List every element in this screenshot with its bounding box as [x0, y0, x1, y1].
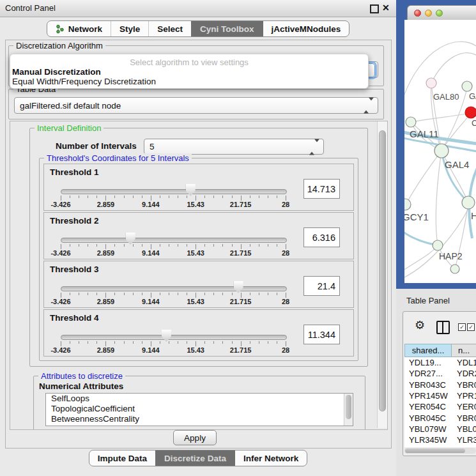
table-row[interactable]: YIL052CYIL0: [404, 445, 476, 447]
table-row[interactable]: YDL19...YDL1: [404, 357, 476, 368]
table-row[interactable]: YBR045CYBR0: [404, 412, 476, 423]
apply-button[interactable]: Apply: [173, 430, 217, 445]
network-node-label: GAL4: [445, 159, 469, 170]
slider-track[interactable]: [61, 189, 287, 194]
table-row[interactable]: YER054CYER0: [404, 401, 476, 412]
slider-scale-labels: -3.4262.8599.14415.4321.71528: [61, 346, 286, 354]
group-title: Discretization Algorithm: [13, 41, 105, 50]
network-node[interactable]: [426, 78, 436, 88]
network-graph: GAL80GACGAL11GAL4GCY1HHAP2: [404, 20, 476, 283]
cell-shared-name: YDL19...: [404, 358, 452, 367]
table-data-combo-value: galFiltered.sif default node: [20, 101, 121, 111]
network-edge: [406, 151, 441, 204]
algorithm-dropdown-popup: Select algorithm to view settings Manual…: [10, 54, 369, 89]
network-node[interactable]: [433, 240, 443, 250]
tab-discretize-data[interactable]: Discretize Data: [155, 450, 234, 466]
float-window-icon[interactable]: [370, 4, 379, 13]
zoom-traffic-light-icon[interactable]: [436, 10, 443, 17]
popup-option[interactable]: Manual Discretization: [10, 67, 368, 77]
network-node[interactable]: [450, 265, 459, 273]
attribute-item[interactable]: SelfLoops: [46, 394, 353, 404]
tab-network[interactable]: Network: [47, 21, 111, 36]
numerical-attributes-label: Numerical Attributes: [39, 381, 123, 391]
combo-stepper-icon[interactable]: [364, 101, 374, 111]
network-node[interactable]: [406, 117, 416, 127]
cell-shared-name: YPR145W: [404, 391, 452, 401]
tab-label: Network: [68, 24, 102, 34]
slider-handle[interactable]: [234, 281, 243, 293]
table-horizontal-scrollbar[interactable]: [404, 448, 476, 454]
cyni-toolbox-panel: Discretization Algorithm Table Data galF…: [5, 40, 392, 449]
slider-handle[interactable]: [162, 330, 171, 342]
popup-options: Manual DiscretizationEqual Width/Frequen…: [10, 67, 368, 86]
settings-scrollbar[interactable]: [377, 121, 387, 428]
cell-shared-name: YER054C: [404, 402, 452, 411]
network-node-label: C: [472, 118, 476, 128]
tab-impute-data[interactable]: Impute Data: [89, 450, 155, 466]
popup-option[interactable]: Equal Width/Frequency Discretization: [10, 77, 368, 86]
control-panel-titlebar: Control Panel ✕: [0, 0, 396, 17]
combo-stepper-icon[interactable]: [309, 142, 319, 151]
attribute-item[interactable]: BetweennessCentrality: [46, 414, 353, 424]
numerical-attributes-list[interactable]: SelfLoopsTopologicalCoefficientBetweenne…: [45, 393, 353, 426]
table-row[interactable]: YLR345WYLR3: [404, 434, 476, 445]
slider-scale-labels: -3.4262.8599.14415.4321.71528: [61, 201, 286, 208]
table-data-group: Table Data galFiltered.sif default node: [8, 89, 384, 119]
tab-label: Cyni Toolbox: [200, 24, 254, 34]
column-header-name[interactable]: n...: [452, 344, 476, 357]
split-panel-icon[interactable]: [436, 321, 450, 334]
close-icon[interactable]: ✕: [382, 3, 390, 13]
table-row[interactable]: YPR145WYPR1: [404, 390, 476, 401]
table-data-combo[interactable]: galFiltered.sif default node: [14, 97, 378, 114]
tab-cyni-toolbox[interactable]: Cyni Toolbox: [191, 21, 263, 36]
cell-name: YDL1: [452, 358, 476, 367]
threshold-value-field[interactable]: 14.713: [303, 179, 340, 199]
tab-label: Impute Data: [98, 454, 147, 463]
threshold-value-field[interactable]: 6.316: [303, 227, 340, 247]
network-node[interactable]: [465, 107, 476, 118]
slider-handle[interactable]: [186, 184, 196, 196]
table-row[interactable]: YBL079WYBL0: [404, 424, 476, 434]
slider-track[interactable]: [61, 335, 287, 340]
tab-style[interactable]: Style: [111, 21, 148, 36]
network-node[interactable]: [462, 81, 472, 91]
network-node[interactable]: [462, 196, 475, 209]
cell-shared-name: YLR345W: [404, 435, 452, 445]
threshold-value-field[interactable]: 11.344: [303, 325, 340, 344]
slider-handle[interactable]: [126, 233, 135, 245]
network-node-label: H: [471, 210, 476, 221]
network-window-titlebar[interactable]: [407, 5, 476, 21]
bottom-tab-bar: Impute DataDiscretize DataInfer Network: [0, 450, 396, 466]
network-node-label: GAL11: [410, 128, 439, 139]
close-traffic-light-icon[interactable]: [414, 10, 421, 17]
network-node[interactable]: [404, 199, 411, 210]
slider-track[interactable]: [61, 238, 287, 243]
threshold-value-field[interactable]: 21.4: [303, 276, 340, 296]
group-title: Interval Definition: [35, 123, 104, 133]
table-rows: YDL19...YDL1YDR27...YDR2YBR043CYBR0YPR14…: [404, 357, 476, 447]
attribute-items: SelfLoopsTopologicalCoefficientBetweenne…: [46, 394, 353, 424]
table-row[interactable]: YDR27...YDR2: [404, 368, 476, 379]
select-all-checkbox-icon[interactable]: ✓: [467, 323, 475, 331]
table-row[interactable]: YBR043CYBR0: [404, 380, 476, 390]
network-canvas[interactable]: GAL80GACGAL11GAL4GCY1HHAP2: [404, 20, 476, 283]
number-of-intervals-label: Number of Intervals: [56, 141, 137, 151]
gear-icon[interactable]: ⚙: [415, 318, 425, 332]
tab-infer-network[interactable]: Infer Network: [234, 450, 307, 466]
network-edge: [411, 113, 471, 122]
minimize-traffic-light-icon[interactable]: [425, 10, 432, 17]
network-node[interactable]: [434, 144, 449, 158]
number-of-intervals-combo[interactable]: 5: [144, 139, 324, 155]
attribute-item[interactable]: TopologicalCoefficient: [46, 404, 353, 414]
tab-select[interactable]: Select: [148, 21, 191, 36]
table-panel: Table Panel ⚙ ✓ ✓ shared... n... YDL19..…: [396, 289, 476, 476]
tab-jactivemnodules[interactable]: jActiveMNodules: [263, 21, 349, 36]
attributes-scrollbar[interactable]: [344, 394, 353, 426]
network-node-label: GAL80: [433, 92, 459, 102]
slider-scale-labels: -3.4262.8599.14415.4321.71528: [61, 298, 286, 305]
column-header-shared-name[interactable]: shared...: [404, 344, 452, 357]
cell-shared-name: YBR045C: [404, 413, 452, 423]
select-all-checkbox-icon[interactable]: ✓: [458, 323, 466, 331]
slider-track[interactable]: [61, 286, 287, 291]
tab-label: Select: [157, 24, 183, 34]
